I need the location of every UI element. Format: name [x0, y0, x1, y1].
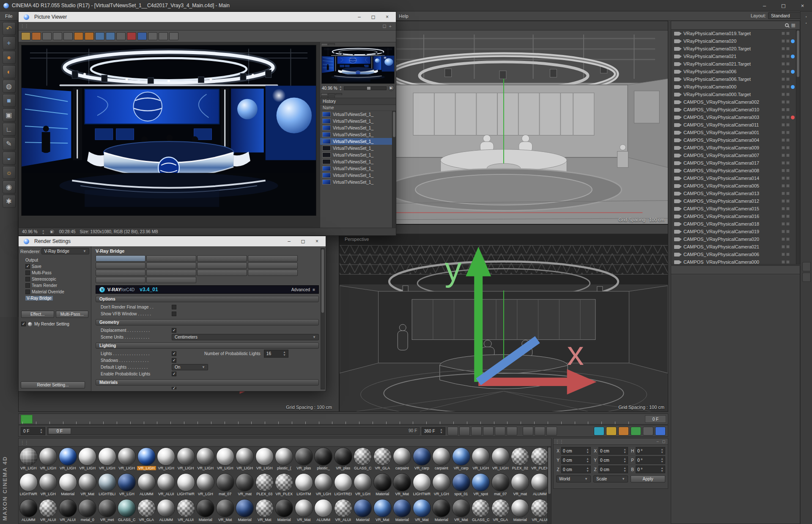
- material-swatch[interactable]: Material: [432, 498, 452, 524]
- visibility-toggle-icon[interactable]: [782, 215, 785, 218]
- object-row[interactable]: CAMPOS_VRayPhysicalCamera018: [671, 220, 800, 228]
- settings-tab[interactable]: [146, 277, 196, 283]
- visibility-toggle-icon[interactable]: [782, 39, 785, 43]
- settings-section-item[interactable]: Multi-Pass: [20, 270, 89, 276]
- prob-lights-field[interactable]: 16▲▼: [264, 350, 288, 358]
- history-item[interactable]: VirtualTvNewsSet_1_: [320, 152, 396, 158]
- dont-render-checkbox[interactable]: [172, 305, 176, 309]
- material-swatch[interactable]: LIGHTM: [294, 472, 314, 498]
- close-icon[interactable]: ×: [310, 236, 324, 246]
- material-swatch[interactable]: ALUMM: [156, 498, 176, 524]
- render-toggle-icon[interactable]: [786, 62, 790, 66]
- tool-icon[interactable]: ☼: [3, 166, 16, 179]
- material-swatch[interactable]: mat_07: [491, 472, 510, 498]
- clipped-checkbox[interactable]: [172, 387, 176, 389]
- minimize-icon[interactable]: –: [755, 0, 774, 11]
- visibility-toggle-icon[interactable]: [782, 116, 785, 119]
- render-toggle-icon[interactable]: [786, 77, 790, 81]
- toolbar-icon[interactable]: [116, 32, 126, 40]
- tool-icon[interactable]: ∟: [3, 123, 16, 136]
- history-item[interactable]: VirtualTvNewsSet_1_: [320, 179, 396, 185]
- material-swatch[interactable]: Material: [373, 472, 392, 498]
- material-swatch[interactable]: VR_mat: [235, 472, 255, 498]
- toolbar-icon[interactable]: [42, 32, 52, 40]
- history-item[interactable]: VirtualTvNewsSet_1_: [320, 172, 396, 179]
- visibility-toggle-icon[interactable]: [782, 70, 785, 73]
- dock-tab[interactable]: [802, 262, 811, 271]
- material-swatch[interactable]: GLASS_C: [117, 498, 137, 524]
- material-swatch[interactable]: Material: [510, 498, 530, 524]
- toolbar-icon[interactable]: [106, 32, 115, 40]
- material-swatch[interactable]: VR_LGH: [38, 472, 58, 498]
- object-row[interactable]: CAMPOS_VRayPhysicalCamera021: [671, 243, 800, 251]
- panel-grip-icon[interactable]: ⋮⋮: [554, 439, 565, 444]
- material-swatch[interactable]: plastic_(: [274, 447, 294, 472]
- render-toggle-icon[interactable]: [786, 70, 790, 73]
- panel-grip-icon[interactable]: ⋮⋮: [19, 440, 30, 445]
- minimize-icon[interactable]: –: [352, 12, 366, 22]
- material-swatch[interactable]: VR_met: [97, 498, 117, 524]
- settings-tab[interactable]: [146, 255, 196, 262]
- material-swatch[interactable]: VR_Mat: [412, 498, 432, 524]
- visibility-toggle-icon[interactable]: [782, 131, 785, 134]
- object-row[interactable]: CAMPOS_VRayPhysicalCamera004: [671, 136, 800, 144]
- history-item[interactable]: VirtualTvNewsSet_1_: [320, 118, 396, 124]
- visibility-toggle-icon[interactable]: [782, 237, 785, 241]
- object-row[interactable]: CAMPOS_VRayPhysicalCamera014: [671, 174, 800, 182]
- settings-section-item[interactable]: V-Ray Bridge: [20, 295, 89, 301]
- material-scrollbar[interactable]: [547, 447, 551, 524]
- record-button[interactable]: [523, 427, 533, 436]
- material-swatch[interactable]: VR_carp: [412, 447, 432, 472]
- material-swatch[interactable]: LIGHTBLI: [97, 472, 117, 498]
- object-row[interactable]: VRayPhysicalCamera019.Target: [671, 30, 800, 37]
- image-canvas[interactable]: [19, 42, 320, 228]
- object-row[interactable]: VRayPhysicalCamera021.Target: [671, 60, 800, 68]
- render-toggle-icon[interactable]: [786, 237, 790, 241]
- toolbar-icon[interactable]: [32, 32, 41, 40]
- visibility-toggle-icon[interactable]: [782, 207, 785, 210]
- render-toggle-icon[interactable]: [786, 154, 790, 157]
- material-swatch[interactable]: VR_ALUI: [530, 498, 550, 524]
- visibility-toggle-icon[interactable]: [782, 222, 785, 226]
- settings-section-item[interactable]: Material Override: [20, 289, 89, 295]
- transport-button[interactable]: [495, 427, 505, 436]
- material-swatch[interactable]: VR_ALUI: [58, 498, 78, 524]
- tool-icon[interactable]: ◍: [3, 80, 16, 93]
- settings-tab[interactable]: [96, 255, 145, 262]
- material-swatch[interactable]: ALUMM: [137, 472, 156, 498]
- render-toggle-icon[interactable]: [786, 100, 790, 104]
- history-scrollbar[interactable]: [392, 111, 396, 228]
- render-toggle-icon[interactable]: [786, 222, 790, 226]
- object-row[interactable]: VRayPhysicalCamera000: [671, 83, 800, 91]
- tool-icon[interactable]: ◉: [3, 180, 16, 193]
- dock-panel-icon[interactable]: ◻: [662, 439, 665, 444]
- minimize-panel-icon[interactable]: –: [657, 439, 659, 444]
- object-row[interactable]: CAMPOS_VRayPhysicalCamera015: [671, 205, 800, 212]
- history-item[interactable]: VirtualTvNewsSet_1_: [320, 145, 396, 152]
- menu-file[interactable]: File: [0, 14, 18, 19]
- advanced-toggle[interactable]: Advanced: [291, 287, 310, 292]
- render-toggle-icon[interactable]: [786, 207, 790, 210]
- group-header-materials[interactable]: Materials: [96, 379, 319, 386]
- render-toggle-icon[interactable]: [786, 245, 790, 248]
- tool-icon[interactable]: ◐: [3, 65, 16, 78]
- object-row[interactable]: CAMPOS_VRayPhysicalCamera016: [671, 212, 800, 220]
- mode-toggle-icon[interactable]: [631, 427, 641, 436]
- visibility-toggle-icon[interactable]: [782, 100, 785, 104]
- filter-grid-icon[interactable]: ▦: [791, 22, 796, 28]
- object-row[interactable]: VRayPhysicalCamera006.Target: [671, 75, 800, 83]
- visibility-toggle-icon[interactable]: [782, 177, 785, 180]
- visibility-toggle-icon[interactable]: [782, 32, 785, 35]
- rotation-field[interactable]: H 0 °▲▼: [631, 447, 665, 455]
- picture-viewer-titlebar[interactable]: Picture Viewer – ◻ ×: [19, 12, 396, 22]
- visibility-toggle-icon[interactable]: [782, 47, 785, 50]
- material-swatch[interactable]: VR_plas: [333, 447, 353, 472]
- camera-tag-icon[interactable]: [791, 85, 795, 89]
- render-toggle-icon[interactable]: [786, 123, 790, 127]
- mode-toggle-icon[interactable]: [618, 427, 629, 436]
- zoom-stepper[interactable]: ▲▼: [42, 229, 45, 235]
- render-settings-titlebar[interactable]: Render Settings – ◻ ×: [19, 236, 326, 246]
- camera-tag-icon[interactable]: [791, 39, 795, 43]
- visibility-toggle-icon[interactable]: [782, 85, 785, 88]
- material-swatch[interactable]: Material: [274, 498, 294, 524]
